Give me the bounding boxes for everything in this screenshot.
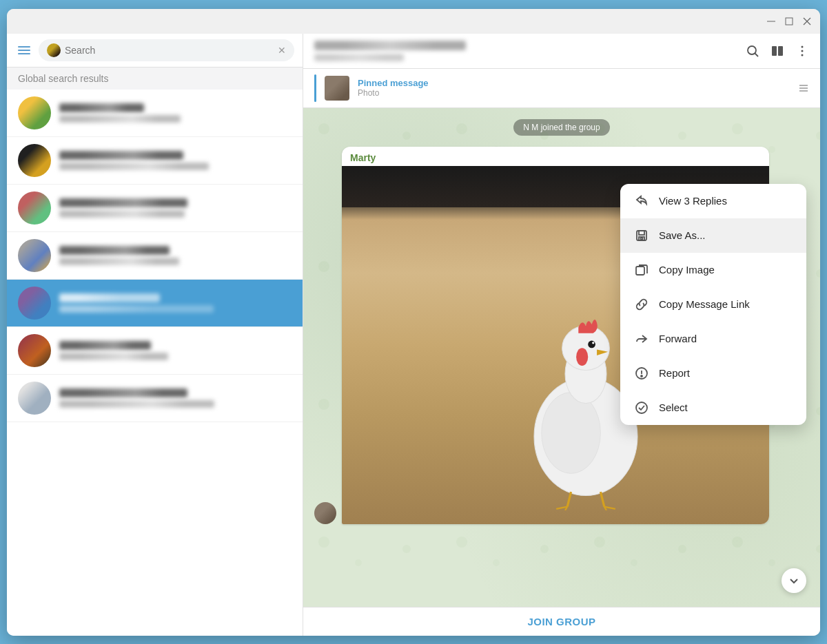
result-text	[59, 293, 292, 313]
chat-header-info	[314, 41, 737, 61]
result-item[interactable]	[7, 327, 303, 375]
result-desc	[59, 400, 214, 408]
svg-point-10	[802, 54, 804, 56]
chat-title-blurred	[314, 41, 466, 50]
search-avatar	[47, 43, 61, 57]
result-title	[59, 103, 144, 112]
pinned-thumbnail	[325, 76, 349, 101]
columns-icon[interactable]	[770, 44, 784, 58]
main-content: ✕ Global search results	[7, 34, 820, 636]
menu-item-label-report: Report	[659, 367, 690, 379]
pinned-info: Pinned message Photo	[358, 78, 790, 98]
svg-point-8	[802, 45, 804, 48]
save-icon	[634, 228, 649, 243]
result-text	[59, 151, 292, 170]
select-icon	[634, 400, 649, 415]
search-wrapper: ✕	[39, 39, 294, 61]
context-menu-item-forward[interactable]: Forward	[620, 322, 806, 356]
pinned-accent	[314, 74, 316, 102]
menu-item-label-forward: Forward	[659, 333, 697, 344]
result-item[interactable]	[7, 90, 303, 137]
search-chat-icon[interactable]	[746, 44, 759, 58]
forward-icon	[634, 331, 649, 346]
message-sender: Marty	[342, 147, 769, 166]
result-item[interactable]	[7, 375, 303, 422]
result-item[interactable]	[7, 185, 303, 232]
result-item[interactable]	[7, 280, 303, 327]
join-badge-text: N M joined the group	[513, 119, 609, 136]
result-avatar	[18, 334, 51, 367]
menu-item-label-select: Select	[659, 402, 688, 413]
context-menu-item-view-replies[interactable]: View 3 Replies	[620, 184, 806, 218]
menu-item-label-save-as: Save As...	[659, 229, 706, 241]
result-title	[59, 246, 170, 255]
svg-point-31	[641, 375, 642, 377]
menu-item-label-view-replies: View 3 Replies	[659, 195, 727, 207]
svg-point-12	[542, 392, 601, 473]
svg-rect-24	[637, 231, 646, 240]
svg-point-27	[641, 238, 643, 240]
search-input[interactable]	[65, 45, 274, 56]
chat-panel: Pinned message Photo N M joined the grou…	[303, 34, 820, 636]
search-bar: ✕	[7, 34, 303, 67]
svg-rect-1	[786, 18, 793, 25]
result-item[interactable]	[7, 137, 303, 185]
chat-subtitle-blurred	[314, 54, 404, 61]
sidebar: ✕ Global search results	[7, 34, 303, 636]
join-notification: N M joined the group	[314, 119, 809, 136]
pinned-actions[interactable]	[798, 83, 809, 94]
clear-search-icon[interactable]: ✕	[278, 45, 286, 56]
result-item[interactable]	[7, 232, 303, 280]
report-icon	[634, 366, 649, 381]
maximize-btn[interactable]	[784, 17, 794, 26]
svg-point-32	[636, 402, 647, 413]
svg-point-4	[748, 46, 756, 54]
title-bar	[7, 9, 820, 34]
context-menu-item-copy-link[interactable]: Copy Message Link	[620, 287, 806, 322]
svg-point-9	[802, 50, 804, 52]
result-text	[59, 388, 292, 408]
svg-rect-0	[767, 21, 775, 21]
menu-icon[interactable]	[15, 43, 33, 57]
context-menu-item-copy-image[interactable]: Copy Image	[620, 253, 806, 287]
context-menu-item-save-as[interactable]: Save As...	[620, 218, 806, 253]
result-title	[59, 388, 187, 397]
chat-header	[303, 34, 820, 69]
result-text	[59, 341, 292, 360]
copy-image-icon	[634, 262, 649, 278]
reply-icon	[634, 194, 649, 209]
link-icon	[634, 297, 649, 312]
result-desc	[59, 305, 214, 313]
result-desc	[59, 258, 179, 265]
scroll-to-bottom-btn[interactable]	[782, 568, 806, 593]
results-list	[7, 90, 303, 636]
chat-footer: JOIN GROUP	[303, 607, 820, 636]
result-title	[59, 151, 183, 160]
result-desc	[59, 115, 181, 123]
search-results-label: Global search results	[7, 67, 303, 90]
result-text	[59, 246, 292, 265]
svg-rect-25	[639, 231, 644, 235]
close-btn[interactable]	[802, 17, 812, 26]
context-menu-item-select[interactable]: Select	[620, 391, 806, 425]
context-menu: View 3 RepliesSave As...Copy ImageCopy M…	[620, 184, 806, 425]
svg-line-18	[567, 492, 571, 506]
context-menu-item-report[interactable]: Report	[620, 356, 806, 391]
result-desc	[59, 210, 185, 218]
result-desc	[59, 353, 168, 360]
pinned-message-bar[interactable]: Pinned message Photo	[303, 69, 820, 108]
join-group-button[interactable]: JOIN GROUP	[527, 616, 595, 627]
svg-line-5	[755, 53, 759, 56]
result-avatar	[18, 144, 51, 177]
svg-rect-6	[772, 46, 777, 56]
result-title	[59, 341, 151, 350]
svg-rect-28	[636, 267, 644, 275]
svg-line-21	[600, 492, 604, 506]
result-avatar	[18, 96, 51, 129]
more-icon[interactable]	[795, 44, 809, 58]
minimize-btn[interactable]	[766, 17, 776, 26]
result-desc	[59, 163, 209, 170]
chat-messages: N M joined the group Marty	[303, 108, 820, 607]
result-title	[59, 198, 187, 207]
svg-point-15	[576, 348, 588, 366]
